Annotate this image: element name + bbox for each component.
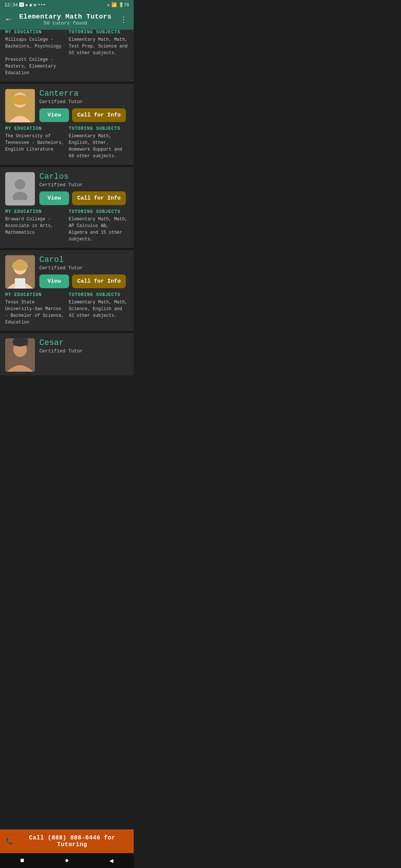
education-col-carlos: MY EDUCATION Broward College - Associate… (5, 209, 65, 243)
app-header: ← Elementary Math Tutors 50 tutors found… (0, 10, 134, 30)
partial-education-col: MY EDUCATION Millsaps College - Bachelor… (5, 30, 65, 76)
tutor-name-cesar: Cesar (39, 338, 128, 348)
subjects-col-carlos: TUTORING SUBJECTS Elementary Math, Math,… (69, 209, 128, 243)
subjects-col-canterra: TUTORING SUBJECTS Elementary Math, Engli… (69, 126, 128, 160)
tutor-details-carol: MY EDUCATION Texas State University-San … (0, 292, 134, 331)
tutor-header-cesar: Cesar Certified Tutor (0, 333, 134, 375)
svg-point-5 (13, 192, 27, 200)
tutor-name-carlos: Carlos (39, 172, 128, 181)
grid-icon: ⊞ (33, 2, 36, 8)
subjects-label-canterra: TUTORING SUBJECTS (69, 126, 128, 131)
status-time: 12:34 (4, 3, 18, 8)
subjects-label-carol: TUTORING SUBJECTS (69, 292, 128, 297)
subjects-text-carol: Elementary Math, Math, Science, English … (69, 299, 128, 319)
tutor-buttons-canterra: View Call for Info (39, 108, 128, 122)
tutor-header-canterra: Canterra Certified Tutor View Call for I… (0, 84, 134, 126)
tutor-info-canterra: Canterra Certified Tutor View Call for I… (39, 89, 128, 122)
subjects-label-carlos: TUTORING SUBJECTS (69, 209, 128, 214)
avatar-carlos (5, 172, 35, 206)
partial-subjects-text: Elementary Math, Math, Test Prep, Scienc… (69, 36, 128, 56)
close-box-icon: ☒ (107, 2, 110, 8)
education-text-carlos: Broward College - Associate in Arts, Mat… (5, 216, 65, 236)
partial-subjects-col: TUTORING SUBJECTS Elementary Math, Math,… (69, 30, 128, 76)
tutor-header-carol: Carol Certified Tutor View Call for Info (0, 250, 134, 292)
call-button-canterra[interactable]: Call for Info (72, 108, 126, 122)
tutor-card-canterra: Canterra Certified Tutor View Call for I… (0, 84, 134, 167)
tutor-title-cesar: Certified Tutor (39, 348, 128, 354)
status-bar: 12:34 🅽 ◈ ◉ ⊞ ••• ☒ 📶 🔋76 (0, 0, 134, 10)
tutor-card-carlos: Carlos Certified Tutor View Call for Inf… (0, 167, 134, 250)
partial-details: MY EDUCATION Millsaps College - Bachelor… (5, 30, 128, 76)
tutor-name-canterra: Canterra (39, 89, 128, 98)
subjects-text-canterra: Elementary Math, English, Other, Homewor… (69, 133, 128, 160)
page-title: Elementary Math Tutors (11, 13, 120, 20)
status-right: ☒ 📶 🔋76 (107, 2, 129, 8)
education-col-canterra: MY EDUCATION The University of Tennessee… (5, 126, 65, 160)
partial-education-text: Millsaps College - Bachelors, Psychology… (5, 36, 65, 76)
education-text-canterra: The University of Tennessee - Bachelors,… (5, 133, 65, 153)
tutor-info-carol: Carol Certified Tutor View Call for Info (39, 255, 128, 288)
tutor-title-carlos: Certified Tutor (39, 182, 128, 188)
tutor-details-carlos: MY EDUCATION Broward College - Associate… (0, 209, 134, 248)
dropbox-icon: ◈ (25, 2, 28, 8)
subjects-col-carol: TUTORING SUBJECTS Elementary Math, Math,… (69, 292, 128, 326)
tutor-name-carol: Carol (39, 255, 128, 264)
education-label-carol: MY EDUCATION (5, 292, 65, 297)
header-center: Elementary Math Tutors 50 tutors found (11, 13, 120, 26)
circle-icon: ◉ (29, 2, 32, 8)
call-button-carol[interactable]: Call for Info (72, 274, 126, 288)
battery-icon: 🔋76 (118, 2, 129, 8)
view-button-carol[interactable]: View (39, 274, 69, 288)
view-button-canterra[interactable]: View (39, 108, 69, 122)
partial-education-label: MY EDUCATION (5, 30, 65, 35)
wifi-icon: 📶 (111, 2, 117, 8)
svg-rect-9 (15, 278, 25, 289)
education-text-carol: Texas State University-San Marcos - Bach… (5, 299, 65, 326)
status-left: 12:34 🅽 ◈ ◉ ⊞ ••• (4, 2, 46, 8)
tutor-header-carlos: Carlos Certified Tutor View Call for Inf… (0, 167, 134, 209)
more-icon: ••• (38, 3, 46, 8)
tutor-info-carlos: Carlos Certified Tutor View Call for Inf… (39, 172, 128, 205)
tutor-count: 50 tutors found (11, 20, 120, 26)
tutor-title-canterra: Certified Tutor (39, 99, 128, 105)
tutor-info-cesar: Cesar Certified Tutor (39, 338, 128, 358)
svg-point-4 (15, 179, 25, 190)
tutor-card-carol: Carol Certified Tutor View Call for Info… (0, 250, 134, 333)
avatar-canterra (5, 89, 35, 122)
content-scroll: MY EDUCATION Millsaps College - Bachelor… (0, 30, 134, 412)
tutor-details-canterra: MY EDUCATION The University of Tennessee… (0, 126, 134, 165)
education-label-carlos: MY EDUCATION (5, 209, 65, 214)
tutor-buttons-carlos: View Call for Info (39, 191, 128, 205)
tutor-card-cesar: Cesar Certified Tutor (0, 333, 134, 375)
subjects-text-carlos: Elementary Math, Math, AP Calculus AB, A… (69, 216, 128, 243)
partial-subjects-label: TUTORING SUBJECTS (69, 30, 128, 35)
menu-button[interactable]: ⋮ (120, 15, 128, 24)
partial-card: MY EDUCATION Millsaps College - Bachelor… (0, 30, 134, 84)
education-label-canterra: MY EDUCATION (5, 126, 65, 131)
nfc-icon: 🅽 (19, 2, 24, 8)
tutor-buttons-carol: View Call for Info (39, 274, 128, 288)
tutor-title-carol: Certified Tutor (39, 265, 128, 271)
education-col-carol: MY EDUCATION Texas State University-San … (5, 292, 65, 326)
back-button[interactable]: ← (6, 15, 11, 24)
avatar-carol (5, 255, 35, 289)
view-button-carlos[interactable]: View (39, 191, 69, 205)
call-button-carlos[interactable]: Call for Info (72, 191, 126, 205)
avatar-cesar (5, 338, 35, 372)
